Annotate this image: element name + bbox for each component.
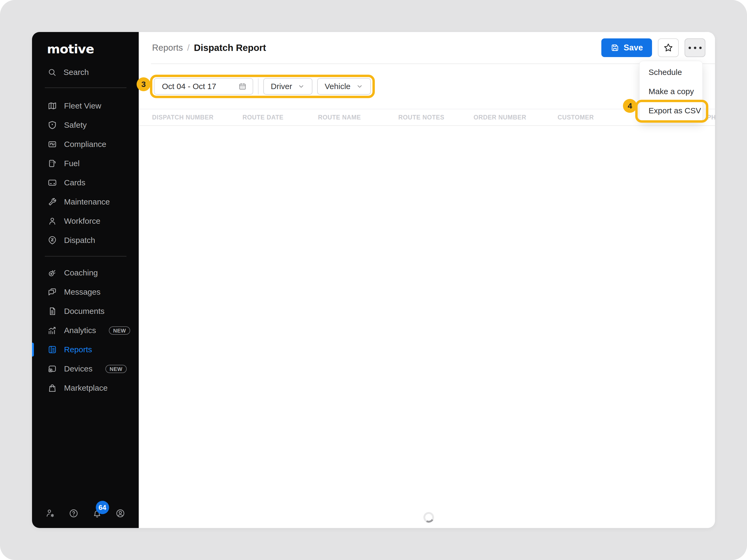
- filter-divider: [258, 78, 259, 95]
- sidebar-primary-nav: Fleet View Safety Compliance Fuel Cards: [32, 96, 139, 250]
- menu-item-make-a-copy[interactable]: Make a copy: [640, 82, 702, 101]
- compliance-chart-icon: [48, 139, 57, 149]
- new-badge: NEW: [105, 365, 127, 373]
- menu-item-label: Export as CSV: [648, 106, 701, 115]
- fuel-pump-icon: [48, 159, 57, 168]
- credit-card-icon: [48, 178, 57, 187]
- notification-count-badge: 64: [96, 501, 109, 514]
- sidebar-item-analytics[interactable]: Analytics NEW: [32, 321, 139, 340]
- document-icon: [48, 306, 57, 316]
- sidebar-item-label: Maintenance: [64, 197, 110, 206]
- user-circle-icon: [115, 508, 125, 518]
- page-title: Dispatch Report: [194, 43, 266, 53]
- sidebar-item-fleet-view[interactable]: Fleet View: [32, 96, 139, 115]
- breadcrumb-separator: /: [187, 43, 190, 53]
- sidebar-item-marketplace[interactable]: Marketplace: [32, 378, 139, 398]
- question-circle-icon: [69, 508, 79, 518]
- sidebar-item-workforce[interactable]: Workforce: [32, 211, 139, 231]
- column-header-phone-truncated[interactable]: PH: [707, 114, 716, 121]
- menu-item-label: Schedule: [648, 68, 682, 77]
- main-content: Reports / Dispatch Report Save: [139, 32, 715, 528]
- sidebar-item-safety[interactable]: Safety: [32, 115, 139, 135]
- admin-settings-button[interactable]: [45, 508, 55, 518]
- star-icon: [663, 43, 674, 53]
- save-button[interactable]: Save: [601, 38, 652, 57]
- sidebar-item-maintenance[interactable]: Maintenance: [32, 192, 139, 211]
- loading-spinner: [422, 511, 435, 524]
- active-indicator: [32, 343, 34, 356]
- sidebar-item-label: Marketplace: [64, 383, 107, 393]
- sidebar-divider: [45, 256, 126, 257]
- header-divider: [151, 63, 715, 64]
- sidebar: motive Search Fleet View Safety Complian…: [32, 32, 139, 528]
- shopping-bag-icon: [48, 383, 57, 393]
- search-icon: [48, 68, 56, 77]
- sidebar-item-label: Reports: [64, 345, 92, 354]
- annotation-step-3-badge: 3: [136, 77, 151, 91]
- breadcrumb: Reports / Dispatch Report: [152, 43, 266, 53]
- vehicle-filter-label: Vehicle: [325, 82, 351, 91]
- sidebar-item-label: Fleet View: [64, 101, 101, 110]
- sidebar-item-label: Analytics: [64, 326, 96, 335]
- vehicle-filter-dropdown[interactable]: Vehicle: [317, 78, 371, 95]
- column-header-route-notes[interactable]: ROUTE NOTES: [398, 114, 444, 121]
- chevron-down-icon: [356, 83, 363, 90]
- sidebar-item-label: Cards: [64, 178, 85, 187]
- more-actions-button[interactable]: [685, 38, 705, 57]
- map-icon: [48, 101, 57, 111]
- sidebar-item-cards[interactable]: Cards: [32, 173, 139, 192]
- sidebar-footer: 64: [45, 508, 125, 518]
- date-range-input[interactable]: Oct 04 - Oct 17: [154, 78, 253, 95]
- shield-icon: [48, 120, 57, 130]
- new-badge: NEW: [109, 326, 130, 335]
- whistle-icon: [48, 268, 57, 277]
- more-actions-menu: Schedule Make a copy Export as CSV 4: [639, 61, 703, 122]
- device-icon: [48, 364, 57, 374]
- sidebar-item-label: Safety: [64, 121, 87, 130]
- screenshot-background: motive Search Fleet View Safety Complian…: [0, 0, 747, 560]
- sidebar-item-dispatch[interactable]: Dispatch: [32, 231, 139, 250]
- sidebar-item-fuel[interactable]: Fuel: [32, 154, 139, 173]
- menu-item-schedule[interactable]: Schedule: [640, 63, 702, 82]
- sidebar-item-label: Documents: [64, 306, 105, 316]
- column-header-customer[interactable]: CUSTOMER: [558, 114, 594, 121]
- driver-filter-dropdown[interactable]: Driver: [263, 78, 312, 95]
- chevron-down-icon: [298, 83, 305, 90]
- sidebar-item-label: Devices: [64, 364, 93, 373]
- user-gear-icon: [45, 508, 55, 518]
- save-floppy-icon: [611, 43, 619, 52]
- sidebar-item-label: Dispatch: [64, 236, 95, 245]
- sidebar-item-documents[interactable]: Documents: [32, 301, 139, 321]
- wrench-icon: [48, 197, 57, 207]
- sidebar-secondary-nav: Coaching Messages Documents Analytics NE…: [32, 263, 139, 398]
- date-range-value: Oct 04 - Oct 17: [162, 82, 238, 91]
- header-actions: Save: [601, 38, 705, 57]
- sidebar-search[interactable]: Search: [48, 68, 89, 77]
- annotation-step-4-badge: 4: [623, 99, 637, 113]
- save-label: Save: [624, 43, 643, 53]
- sidebar-item-reports[interactable]: Reports: [32, 340, 139, 359]
- sidebar-item-devices[interactable]: Devices NEW: [32, 359, 139, 378]
- sidebar-item-messages[interactable]: Messages: [32, 283, 139, 301]
- notifications-button[interactable]: 64: [92, 508, 102, 518]
- dispatch-pin-icon: [48, 236, 57, 245]
- analytics-icon: [48, 326, 57, 335]
- page-header: Reports / Dispatch Report Save: [139, 32, 715, 63]
- column-header-dispatch-number[interactable]: DISPATCH NUMBER: [152, 114, 213, 121]
- column-header-order-number[interactable]: ORDER NUMBER: [473, 114, 526, 121]
- chat-icon: [48, 287, 57, 297]
- column-header-route-name[interactable]: ROUTE NAME: [318, 114, 361, 121]
- sidebar-item-compliance[interactable]: Compliance: [32, 135, 139, 154]
- sidebar-item-coaching[interactable]: Coaching: [32, 263, 139, 283]
- favorite-button[interactable]: [658, 38, 679, 57]
- report-icon: [48, 345, 57, 354]
- filters-highlight-ring: 3 Oct 04 - Oct 17 Driver Vehicle: [150, 75, 375, 98]
- driver-filter-label: Driver: [271, 82, 292, 91]
- menu-item-export-as-csv[interactable]: Export as CSV: [640, 101, 702, 120]
- sidebar-item-label: Coaching: [64, 268, 98, 277]
- column-header-route-date[interactable]: ROUTE DATE: [242, 114, 284, 121]
- profile-button[interactable]: [115, 508, 125, 518]
- sidebar-item-label: Messages: [64, 288, 101, 296]
- breadcrumb-reports-link[interactable]: Reports: [152, 43, 183, 53]
- help-button[interactable]: [69, 508, 79, 518]
